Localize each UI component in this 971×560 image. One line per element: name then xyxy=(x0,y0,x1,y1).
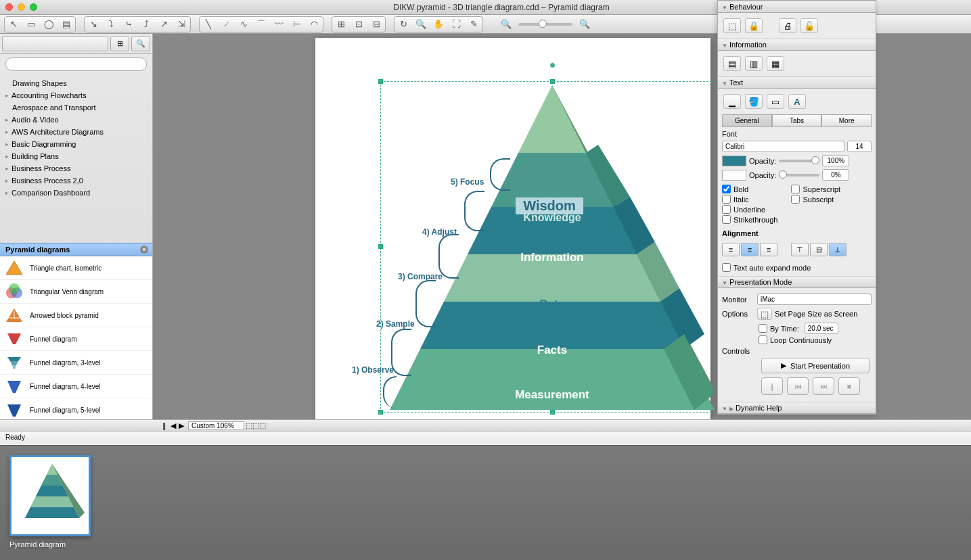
connector4-icon[interactable]: ⤴ xyxy=(138,18,154,31)
text-a-icon[interactable]: A xyxy=(788,94,806,109)
autoexpand-checkbox[interactable] xyxy=(722,263,731,272)
text-section-header[interactable]: Text xyxy=(718,76,876,89)
prev-slide-icon[interactable]: ⏮ xyxy=(787,377,809,395)
group2-icon[interactable]: ⊡ xyxy=(351,18,367,31)
tree-item[interactable]: Comparison Dashboard xyxy=(0,187,152,199)
unlock-icon[interactable]: 🔓 xyxy=(800,18,818,33)
behaviour-select-icon[interactable]: ⬚ xyxy=(723,18,741,33)
tree-item[interactable]: Building Plans xyxy=(0,150,152,162)
align-center-icon[interactable]: ≡ xyxy=(741,243,759,256)
tree-item[interactable]: Basic Diagramming xyxy=(0,138,152,150)
shape-item[interactable]: Arrowed block pyramid xyxy=(0,304,152,327)
opacity-2-value[interactable]: 0% xyxy=(822,169,849,181)
search-input[interactable] xyxy=(5,57,147,71)
tab-tabs[interactable]: Tabs xyxy=(772,114,822,127)
zoom-slider-track[interactable] xyxy=(518,23,572,26)
arc-icon[interactable]: ◠ xyxy=(306,18,322,31)
tree-item[interactable]: Aerospace and Transport xyxy=(0,101,152,114)
close-section-icon[interactable]: × xyxy=(140,246,148,254)
presentation-section-header[interactable]: Presentation Mode xyxy=(718,276,876,288)
tree-item[interactable]: Business Process 2,0 xyxy=(0,174,152,187)
font-select[interactable]: Calibri xyxy=(722,141,844,152)
monitor-select[interactable]: iMac xyxy=(757,294,872,305)
bold-checkbox[interactable] xyxy=(722,185,731,193)
ellipse-tool-icon[interactable]: ◯ xyxy=(41,18,57,31)
tree-item[interactable]: Drawing Shapes xyxy=(0,77,152,89)
superscript-checkbox[interactable] xyxy=(791,185,800,193)
ruler-icon[interactable]: ⊢ xyxy=(288,18,304,31)
curve2-icon[interactable]: ⌒ xyxy=(253,18,269,31)
refresh-icon[interactable]: ↻ xyxy=(395,18,411,31)
minimize-window-button[interactable] xyxy=(18,3,25,11)
screen-size-icon[interactable]: ⬚ xyxy=(757,308,772,320)
grid-view-icon[interactable]: ⊞ xyxy=(110,36,129,51)
align-right-icon[interactable]: ≡ xyxy=(760,243,777,256)
info-view1-icon[interactable]: ▤ xyxy=(723,56,741,71)
line1-icon[interactable]: ╲ xyxy=(200,18,217,31)
connector1-icon[interactable]: ↘ xyxy=(85,18,101,31)
info-view3-icon[interactable]: ▦ xyxy=(767,56,784,71)
bg-color-swatch[interactable] xyxy=(722,170,746,181)
italic-checkbox[interactable] xyxy=(722,195,731,204)
page-thumbnail[interactable] xyxy=(9,455,91,536)
eyedropper-icon[interactable]: ✎ xyxy=(466,18,482,31)
zoom-out-icon[interactable]: 🔍 xyxy=(498,18,514,31)
pointer-tool-icon[interactable]: ↖ xyxy=(5,18,22,31)
zoom-window-button[interactable] xyxy=(30,3,37,11)
lock-icon[interactable]: 🔒 xyxy=(745,18,763,33)
text-tool-icon[interactable]: ▤ xyxy=(58,18,74,31)
connector5-icon[interactable]: ↗ xyxy=(156,18,172,31)
slider-thumb[interactable] xyxy=(779,170,787,179)
slider-thumb[interactable] xyxy=(811,156,819,164)
shape-item[interactable]: Funnel diagram, 3-level xyxy=(0,351,152,375)
search-library-icon[interactable]: 🔍 xyxy=(131,36,150,51)
opacity-slider-2[interactable] xyxy=(779,174,819,177)
bytime-checkbox[interactable] xyxy=(759,324,767,333)
line2-icon[interactable]: ⟋ xyxy=(218,18,234,31)
loop-checkbox[interactable] xyxy=(759,335,767,344)
selection-handle[interactable] xyxy=(378,410,383,415)
zoom-icon[interactable]: 🔍 xyxy=(413,18,429,31)
tree-item[interactable]: Audio & Video xyxy=(0,114,152,126)
text-color-swatch[interactable] xyxy=(722,156,746,166)
shapes-section-header[interactable]: Pyramid diagrams × xyxy=(0,243,152,256)
connector3-icon[interactable]: ⤷ xyxy=(120,18,137,31)
subscript-checkbox[interactable] xyxy=(791,195,800,204)
shape-item[interactable]: Funnel diagram, 5-level xyxy=(0,398,152,419)
hand-icon[interactable]: ✋ xyxy=(430,18,447,31)
library-dropdown[interactable] xyxy=(2,36,108,51)
crop-icon[interactable]: ⛶ xyxy=(448,18,464,31)
selection-handle[interactable] xyxy=(378,79,383,84)
behaviour-section-header[interactable]: Behaviour xyxy=(718,1,876,13)
pyramid-diagram[interactable] xyxy=(383,65,721,417)
bytime-value[interactable]: 20.0 sec xyxy=(805,323,838,334)
zoom-in-icon[interactable]: 🔍 xyxy=(577,18,593,31)
tree-item[interactable]: AWS Architecture Diagrams xyxy=(0,126,152,138)
tree-item[interactable]: Accounting Flowcharts xyxy=(0,89,152,101)
group3-icon[interactable]: ⊟ xyxy=(368,18,384,31)
opacity-1-value[interactable]: 100% xyxy=(822,155,849,166)
tab-general[interactable]: General xyxy=(722,114,772,127)
shape-item[interactable]: Funnel diagram xyxy=(0,327,152,351)
connector2-icon[interactable]: ⤵ xyxy=(103,18,119,31)
text-fill-icon[interactable]: 🪣 xyxy=(745,94,763,109)
zoom-select[interactable]: Custom 106% xyxy=(188,421,244,430)
group1-icon[interactable]: ⊞ xyxy=(333,18,349,31)
curve1-icon[interactable]: ∿ xyxy=(235,18,252,31)
opacity-slider-1[interactable] xyxy=(779,160,819,162)
print-icon[interactable]: 🖨 xyxy=(779,18,796,33)
info-view2-icon[interactable]: ▥ xyxy=(745,56,763,71)
font-size-select[interactable]: 14 xyxy=(847,141,872,152)
information-section-header[interactable]: Information xyxy=(718,39,876,51)
tab-more[interactable]: More xyxy=(821,114,872,127)
pause-icon[interactable]: ‖ xyxy=(761,377,783,395)
valign-top-icon[interactable]: ⊤ xyxy=(791,243,809,256)
dynamic-help-section-header[interactable]: ▶ Dynamic Help xyxy=(718,402,876,414)
start-presentation-button[interactable]: ▶Start Presentation xyxy=(761,358,870,373)
canvas-page[interactable]: Wisdom Knowledge Information Data Facts … xyxy=(315,38,710,419)
close-window-button[interactable] xyxy=(5,3,13,11)
align-left-icon[interactable]: ≡ xyxy=(722,243,740,256)
text-box-icon[interactable]: ▭ xyxy=(767,94,784,109)
underline-checkbox[interactable] xyxy=(722,205,731,214)
zoom-slider-thumb[interactable] xyxy=(539,20,547,28)
